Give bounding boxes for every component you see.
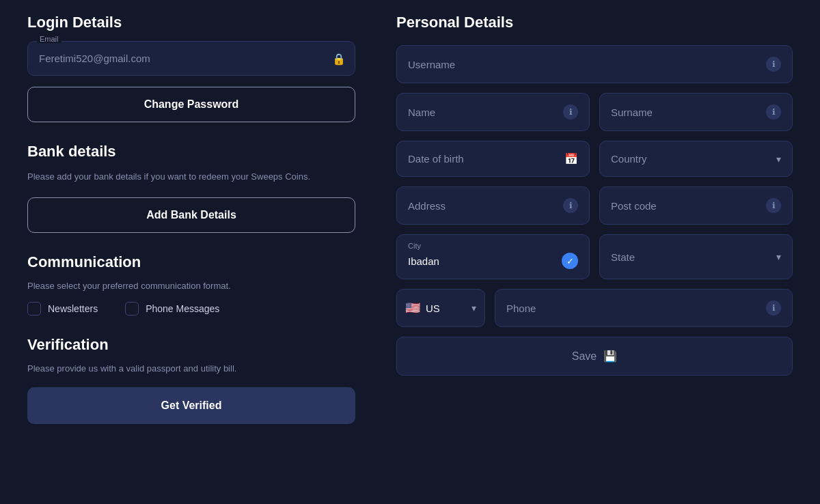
newsletters-label: Newsletters (48, 303, 98, 314)
get-verified-button[interactable]: Get Verified (27, 387, 355, 424)
phone-info-icon: ℹ (766, 300, 781, 316)
surname-field[interactable]: Surname ℹ (599, 93, 793, 131)
name-label: Name (408, 107, 435, 118)
newsletters-checkbox[interactable]: Newsletters (27, 302, 98, 316)
add-bank-button[interactable]: Add Bank Details (27, 197, 355, 233)
verification-section: Verification Please provide us with a va… (27, 336, 355, 424)
address-info-icon: ℹ (563, 198, 578, 213)
save-button[interactable]: Save 💾 (396, 337, 793, 376)
us-flag-icon: 🇺🇸 (405, 300, 420, 316)
name-field[interactable]: Name ℹ (396, 93, 590, 131)
login-title: Login Details (27, 14, 355, 31)
communication-section: Communication Please select your preferr… (27, 253, 355, 316)
address-field[interactable]: Address ℹ (396, 186, 590, 225)
state-label: State (611, 251, 635, 263)
bank-section: Bank details Please add your bank detail… (27, 143, 355, 233)
email-label: Email (37, 35, 62, 43)
verif-desc: Please provide us with a valid passport … (27, 363, 355, 374)
address-label: Address (408, 200, 446, 212)
country-code-field[interactable]: 🇺🇸 US ▾ (396, 289, 485, 327)
phone-messages-label: Phone Messages (146, 303, 219, 314)
country-label: Country (611, 153, 647, 165)
city-check-icon: ✓ (562, 253, 578, 269)
right-column: Personal Details Username ℹ Name ℹ Surna… (396, 14, 793, 484)
phone-label: Phone (506, 303, 536, 314)
code-chevron-icon: ▾ (472, 303, 476, 313)
change-password-button[interactable]: Change Password (27, 87, 355, 122)
city-field[interactable]: City Ibadan ✓ (396, 234, 590, 279)
surname-info-icon: ℹ (766, 104, 781, 120)
postcode-label: Post code (611, 200, 657, 212)
save-label: Save (572, 350, 597, 363)
username-row: Username ℹ (396, 45, 793, 83)
checkboxes-row: Newsletters Phone Messages (27, 302, 355, 316)
city-value: Ibadan (408, 255, 439, 267)
lock-icon: 🔒 (332, 52, 346, 65)
calendar-icon: 📅 (564, 152, 578, 165)
address-postcode-row: Address ℹ Post code ℹ (396, 186, 793, 225)
postcode-info-icon: ℹ (766, 198, 781, 213)
phone-field[interactable]: Phone ℹ (495, 289, 793, 327)
email-wrapper: Email 🔒 (27, 41, 355, 76)
phone-messages-checkbox-box[interactable] (125, 302, 139, 316)
username-field[interactable]: Username ℹ (396, 45, 793, 83)
country-chevron-icon: ▾ (776, 154, 781, 165)
code-phone-row: 🇺🇸 US ▾ Phone ℹ (396, 289, 793, 327)
dob-country-row: Date of birth 📅 Country ▾ (396, 141, 793, 177)
phone-messages-checkbox[interactable]: Phone Messages (125, 302, 219, 316)
dob-label: Date of birth (408, 153, 464, 165)
comm-desc: Please select your preferred communicati… (27, 281, 355, 291)
postcode-field[interactable]: Post code ℹ (599, 186, 793, 225)
city-state-row: City Ibadan ✓ State ▾ (396, 234, 793, 279)
state-field[interactable]: State ▾ (599, 234, 793, 279)
save-icon: 💾 (603, 350, 617, 363)
username-label: Username (408, 59, 455, 70)
left-column: Login Details Email 🔒 Change Password Ba… (27, 14, 355, 484)
newsletters-checkbox-box[interactable] (27, 302, 41, 316)
code-label: US (426, 303, 466, 314)
surname-label: Surname (611, 107, 653, 118)
state-chevron-icon: ▾ (776, 251, 781, 262)
email-input[interactable] (27, 41, 355, 76)
verif-title: Verification (27, 336, 355, 354)
comm-title: Communication (27, 253, 355, 271)
name-surname-row: Name ℹ Surname ℹ (396, 93, 793, 131)
city-value-row: Ibadan ✓ (408, 253, 578, 269)
page-wrapper: Login Details Email 🔒 Change Password Ba… (0, 0, 820, 504)
personal-details-title: Personal Details (396, 14, 793, 31)
dob-field[interactable]: Date of birth 📅 (396, 141, 590, 177)
country-field[interactable]: Country ▾ (599, 141, 793, 177)
name-info-icon: ℹ (563, 104, 578, 120)
bank-desc: Please add your bank details if you want… (27, 170, 355, 184)
bank-title: Bank details (27, 143, 355, 160)
username-info-icon: ℹ (766, 57, 781, 72)
city-small-label: City (408, 242, 578, 250)
